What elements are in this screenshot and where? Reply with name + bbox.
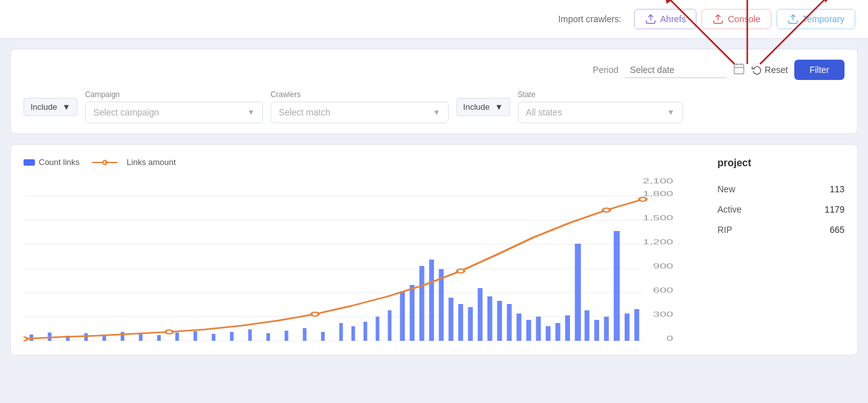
top-bar: Import crawlers: Ahrefs Console Temporar…: [0, 0, 868, 39]
campaign-select[interactable]: Select campaign ▼: [85, 102, 263, 123]
include-dropdown-1[interactable]: Include ▼: [24, 98, 78, 116]
svg-rect-67: [565, 315, 570, 341]
svg-rect-68: [575, 244, 581, 341]
svg-text:1,800: 1,800: [643, 190, 674, 197]
filter-bar: Period Reset Filter Include ▼: [10, 49, 858, 134]
ahrefs-label: Ahrefs: [660, 14, 686, 24]
svg-rect-63: [526, 320, 531, 341]
ahrefs-button[interactable]: Ahrefs: [634, 9, 696, 29]
svg-point-76: [166, 330, 173, 334]
chart-svg-container: 0 300 600 900 1,200 1,500 1,800 2,100: [24, 177, 679, 342]
crawlers-field-group: Crawlers Select match ▼: [271, 90, 449, 123]
svg-rect-51: [410, 285, 415, 341]
svg-text:2,100: 2,100: [643, 178, 674, 185]
stat-label-new: New: [717, 184, 735, 194]
chart-svg: 0 300 600 900 1,200 1,500 1,800 2,100: [24, 177, 679, 342]
stat-label-active: Active: [717, 204, 742, 215]
date-input[interactable]: [625, 62, 726, 78]
svg-rect-43: [303, 328, 307, 341]
svg-text:900: 900: [653, 263, 674, 270]
svg-rect-66: [555, 323, 560, 341]
state-select[interactable]: All states ▼: [518, 102, 683, 123]
svg-rect-40: [248, 329, 252, 341]
svg-point-75: [24, 337, 27, 341]
svg-rect-46: [351, 326, 355, 341]
svg-point-79: [603, 208, 610, 212]
svg-rect-39: [230, 332, 234, 341]
filter-label: Filter: [810, 65, 829, 75]
legend-amount-label: Links amount: [126, 157, 175, 167]
svg-text:1,200: 1,200: [643, 239, 674, 246]
temporary-button[interactable]: Temporary: [776, 9, 855, 29]
legend-count-links: Count links: [24, 157, 79, 167]
svg-text:300: 300: [653, 311, 674, 318]
period-label: Period: [593, 65, 618, 75]
filter-button[interactable]: Filter: [794, 60, 844, 80]
svg-rect-71: [604, 317, 609, 341]
include-label-1: Include: [31, 102, 57, 112]
svg-text:600: 600: [653, 287, 674, 294]
chart-section: Count links Links amount 0 300 600 900 1…: [10, 144, 858, 355]
svg-rect-44: [321, 332, 325, 341]
state-placeholder: All states: [526, 107, 562, 117]
state-label: State: [518, 90, 683, 99]
console-button[interactable]: Console: [702, 9, 771, 29]
import-label: Import crawlers:: [558, 14, 621, 24]
temporary-label: Temporary: [803, 14, 844, 24]
stat-value-active: 1179: [825, 204, 844, 215]
legend-count-label: Count links: [39, 157, 79, 167]
svg-rect-35: [157, 335, 161, 341]
chevron-down-icon-2: ▼: [247, 108, 255, 117]
svg-rect-55: [449, 298, 454, 341]
svg-rect-73: [625, 314, 630, 341]
ahrefs-upload-icon: [645, 13, 656, 25]
svg-rect-47: [363, 322, 367, 341]
svg-rect-48: [376, 317, 379, 341]
match-placeholder: Select match: [279, 107, 330, 117]
svg-point-77: [311, 312, 318, 316]
legend-line-icon: [92, 160, 118, 165]
svg-rect-65: [546, 326, 551, 341]
chevron-down-icon-3: ▼: [433, 108, 440, 117]
chevron-down-icon-1: ▼: [62, 102, 71, 112]
stat-row-active: Active 1179: [717, 199, 844, 220]
include-label-2: Include: [463, 102, 490, 112]
stat-row-rip: RIP 665: [717, 220, 844, 240]
campaign-placeholder: Select campaign: [93, 107, 159, 117]
legend-bar-icon: [24, 159, 35, 166]
svg-rect-36: [175, 333, 179, 341]
svg-rect-9: [735, 64, 744, 74]
svg-rect-45: [339, 323, 343, 341]
reset-label: Reset: [764, 65, 788, 75]
filter-top-row: Period Reset Filter: [24, 60, 844, 80]
temporary-upload-icon: [787, 13, 799, 25]
include-dropdown-2[interactable]: Include ▼: [456, 98, 510, 116]
svg-rect-37: [194, 331, 198, 341]
svg-rect-72: [614, 231, 620, 341]
crawlers-label: Crawlers: [271, 90, 449, 99]
stat-row-new: New 113: [717, 179, 844, 199]
reset-button[interactable]: Reset: [752, 65, 788, 75]
calendar-icon[interactable]: [733, 62, 745, 78]
svg-text:0: 0: [667, 335, 674, 342]
svg-rect-49: [388, 310, 391, 341]
svg-rect-53: [429, 260, 434, 341]
state-field-group: State All states ▼: [518, 90, 683, 123]
console-upload-icon: [712, 13, 724, 25]
svg-point-78: [457, 269, 464, 273]
svg-text:1,500: 1,500: [643, 215, 674, 221]
campaign-label: Campaign: [85, 90, 263, 99]
chart-legend: Count links Links amount: [24, 157, 679, 167]
campaign-field-group: Campaign Select campaign ▼: [85, 90, 263, 123]
match-select[interactable]: Select match ▼: [271, 102, 449, 123]
svg-rect-62: [517, 314, 522, 341]
stats-title: project: [717, 157, 844, 169]
chevron-down-icon-4: ▼: [495, 102, 503, 112]
svg-rect-38: [212, 334, 215, 341]
svg-rect-58: [478, 288, 483, 341]
svg-rect-74: [634, 309, 639, 341]
svg-rect-33: [121, 332, 125, 341]
svg-rect-42: [285, 331, 288, 341]
svg-rect-50: [400, 291, 405, 341]
reset-icon: [752, 65, 762, 75]
